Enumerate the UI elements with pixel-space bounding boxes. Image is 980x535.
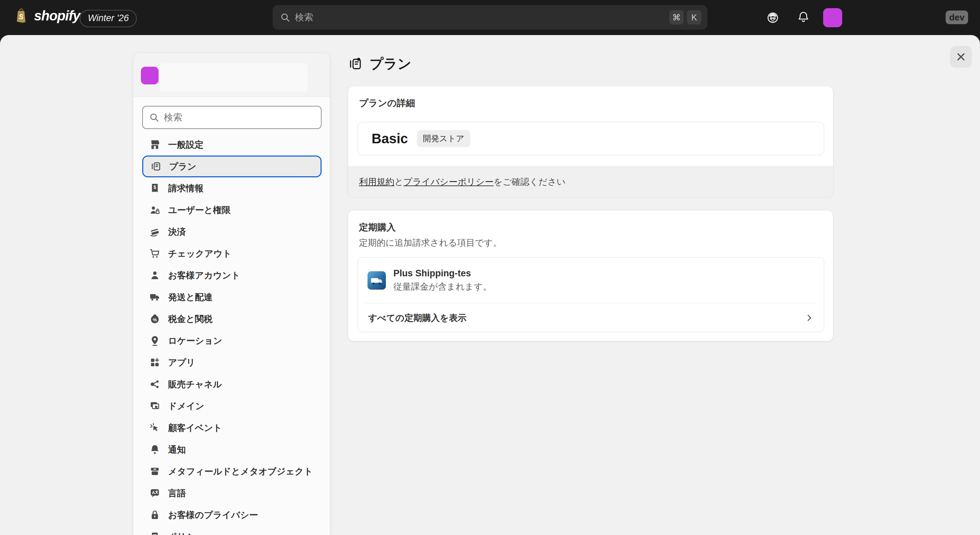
- terms-link[interactable]: 利用規約: [359, 176, 395, 188]
- dev-store-badge: 開発ストア: [417, 130, 471, 147]
- svg-text:$: $: [153, 185, 156, 190]
- sidebar-item-label: お客様のプライバシー: [168, 509, 258, 521]
- sidebar-store-header: [134, 53, 330, 97]
- sidebar-item-payments[interactable]: 決済: [142, 221, 321, 243]
- sidebar-item-general[interactable]: 一般設定: [142, 134, 321, 156]
- billing-icon: $: [149, 182, 161, 194]
- checkout-icon: [149, 248, 161, 260]
- policies-icon: [149, 531, 161, 535]
- payments-icon: [149, 226, 161, 237]
- settings-panel: 一般設定 プラン $ 請求情報: [0, 35, 980, 535]
- view-all-subscriptions[interactable]: すべての定期購入を表示: [358, 303, 824, 333]
- plan-name: Basic: [372, 131, 408, 146]
- cmd-keycap: ⌘: [669, 10, 684, 24]
- subscriptions-box: Plus Shipping-tes 従量課金が含まれます。 すべての定期購入を表…: [358, 257, 824, 332]
- plan-card-footer: 利用規約とプライバシーポリシーをご確認ください: [348, 166, 833, 197]
- sidebar-item-label: アプリ: [168, 357, 195, 369]
- sidebar-item-checkout[interactable]: チェックアウト: [142, 243, 321, 264]
- sidebar-items: 一般設定 プラン $ 請求情報: [142, 134, 321, 535]
- global-search-input[interactable]: [295, 12, 666, 23]
- sidebar-item-shipping[interactable]: 発送と配達: [142, 286, 321, 308]
- sidebar-item-customer-events[interactable]: 顧客イベント: [142, 417, 321, 439]
- sidekick-icon[interactable]: [767, 11, 779, 24]
- privacy-policy-link[interactable]: プライバシーポリシー: [404, 176, 494, 188]
- sidebar-item-label: 販売チャネル: [168, 379, 222, 390]
- sidebar-item-locations[interactable]: ロケーション: [142, 330, 321, 352]
- sidebar-item-label: プラン: [169, 161, 196, 172]
- sidebar-item-label: 決済: [168, 226, 186, 238]
- notifications-icon: [149, 444, 161, 455]
- sidebar-item-label: 顧客イベント: [168, 422, 222, 434]
- search-icon: [280, 12, 290, 22]
- store-name-placeholder: [159, 63, 308, 92]
- sidebar-item-label: 税金と関税: [168, 313, 213, 325]
- sidebar-item-label: 一般設定: [168, 139, 204, 151]
- sidebar-item-sales-channels[interactable]: 販売チャネル: [142, 373, 321, 395]
- sidebar-item-policies[interactable]: ポリシー: [142, 526, 321, 535]
- sidebar-item-privacy[interactable]: お客様のプライバシー: [142, 504, 321, 526]
- svg-text:A: A: [152, 490, 155, 495]
- topbar: S shopify Winter '26 ⌘ K dev: [0, 0, 980, 35]
- subscriptions-card: 定期購入 定期的に追加請求される項目です。 Plus Shipping-tes: [348, 210, 833, 341]
- subscriptions-description: 定期的に追加請求される項目です。: [359, 237, 502, 249]
- sidebar-item-domains[interactable]: ドメイン: [142, 395, 321, 417]
- sidebar-item-customer-accounts[interactable]: お客様アカウント: [142, 264, 321, 286]
- subscriptions-heading: 定期購入: [359, 221, 396, 234]
- sidebar-item-label: ロケーション: [168, 335, 222, 347]
- plan-icon: [150, 161, 162, 172]
- app-icon: [368, 271, 386, 290]
- search-icon: [149, 112, 159, 123]
- notifications-bell-icon[interactable]: [797, 10, 810, 24]
- close-icon: [956, 52, 966, 62]
- current-plan-box: Basic 開発ストア: [358, 122, 824, 155]
- apps-icon: [149, 357, 161, 368]
- close-button[interactable]: [950, 46, 972, 68]
- sidebar-search-input[interactable]: [164, 112, 315, 123]
- sidebar-item-users-permissions[interactable]: ユーザーと権限: [142, 199, 321, 221]
- privacy-icon: [149, 509, 161, 521]
- sidebar-search[interactable]: [142, 106, 321, 129]
- svg-text:S: S: [19, 13, 24, 21]
- footer-text: をご確認ください: [493, 176, 566, 188]
- customer-events-icon: [149, 422, 161, 433]
- user-avatar[interactable]: [823, 8, 842, 27]
- footer-text: と: [395, 176, 404, 188]
- app-name: Plus Shipping-tes: [393, 268, 492, 279]
- plan-icon: [348, 56, 363, 72]
- plan-details-card: プランの詳細 Basic 開発ストア 利用規約とプライバシーポリシーをご確認くだ…: [348, 86, 833, 197]
- domains-icon: [149, 400, 161, 412]
- global-search[interactable]: ⌘ K: [272, 5, 708, 30]
- customer-accounts-icon: [149, 269, 161, 281]
- sidebar-item-apps[interactable]: アプリ: [142, 352, 321, 373]
- shipping-icon: [149, 291, 161, 303]
- sidebar-item-taxes[interactable]: % 税金と関税: [142, 308, 321, 330]
- sidebar-item-metafields[interactable]: メタフィールドとメタオブジェクト: [142, 460, 321, 482]
- sidebar-item-label: 発送と配達: [168, 291, 213, 303]
- release-badge[interactable]: Winter '26: [80, 10, 137, 27]
- store-icon: [149, 139, 161, 150]
- sidebar-item-notifications[interactable]: 通知: [142, 439, 321, 460]
- sidebar-item-label: メタフィールドとメタオブジェクト: [168, 466, 313, 478]
- shopify-bag-icon: S: [14, 8, 29, 24]
- users-permissions-icon: [149, 204, 161, 216]
- languages-icon: A: [149, 487, 161, 499]
- view-all-label: すべての定期購入を表示: [368, 312, 466, 324]
- sidebar-item-billing[interactable]: $ 請求情報: [142, 177, 321, 199]
- page-title: プラン: [369, 54, 411, 73]
- truck-app-icon: [370, 274, 383, 287]
- sidebar-item-label: 請求情報: [168, 182, 204, 194]
- sidebar-item-languages[interactable]: A 言語: [142, 482, 321, 504]
- store-avatar[interactable]: [141, 67, 159, 84]
- sidebar-item-plan[interactable]: プラン: [142, 156, 321, 177]
- sidebar-item-label: 言語: [168, 487, 186, 499]
- sidebar-item-label: チェックアウト: [168, 248, 231, 260]
- dev-badge: dev: [946, 11, 968, 24]
- sidebar-item-label: お客様アカウント: [168, 269, 240, 282]
- sidebar-item-label: ポリシー: [168, 531, 204, 535]
- sidebar-item-label: ユーザーと権限: [168, 204, 231, 216]
- shopify-logo[interactable]: S shopify: [14, 8, 80, 24]
- subscription-app-row[interactable]: Plus Shipping-tes 従量課金が含まれます。: [358, 258, 824, 303]
- locations-icon: [149, 335, 161, 347]
- sidebar-item-label: 通知: [168, 444, 186, 456]
- taxes-icon: %: [149, 313, 161, 325]
